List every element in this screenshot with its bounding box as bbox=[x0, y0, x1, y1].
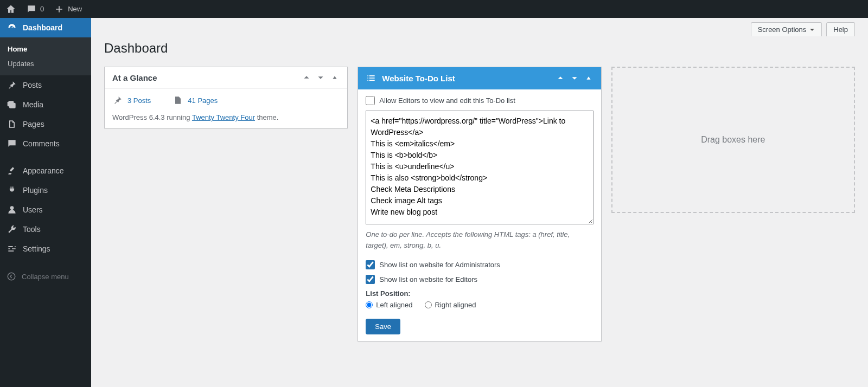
comment-count: 0 bbox=[40, 5, 44, 13]
caret-up-icon[interactable] bbox=[330, 73, 340, 82]
media-icon bbox=[7, 99, 17, 110]
show-editors-label[interactable]: Show list on website for Editors bbox=[379, 275, 477, 283]
menu-posts[interactable]: Posts bbox=[0, 75, 91, 95]
menu-tools[interactable]: Tools bbox=[0, 220, 91, 239]
chevron-up-icon[interactable] bbox=[302, 73, 311, 82]
widget-header: At a Glance bbox=[105, 67, 347, 88]
menu-appearance-label: Appearance bbox=[23, 166, 64, 175]
show-admin-label[interactable]: Show list on website for Administrators bbox=[379, 261, 500, 269]
chevron-down-icon[interactable] bbox=[316, 73, 326, 82]
show-admin-checkbox[interactable] bbox=[366, 260, 375, 269]
toolbar-comments[interactable]: 0 bbox=[26, 4, 44, 15]
pin-icon bbox=[7, 80, 17, 91]
brush-icon bbox=[7, 165, 17, 176]
page-title: Dashboard bbox=[104, 41, 855, 56]
glance-posts-link[interactable]: 3 Posts bbox=[112, 95, 151, 106]
glance-pages-link[interactable]: 41 Pages bbox=[173, 95, 218, 106]
widget-dropzone[interactable]: Drag boxes here bbox=[611, 67, 855, 213]
theme-link[interactable]: Twenty Twenty Four bbox=[192, 113, 255, 121]
main-content: Screen Options Help Dashboard At a Glanc… bbox=[91, 18, 868, 387]
collapse-icon bbox=[7, 272, 16, 281]
new-label: New bbox=[68, 5, 82, 13]
menu-posts-label: Posts bbox=[23, 81, 42, 89]
svg-point-0 bbox=[8, 273, 15, 280]
position-left-label[interactable]: Left aligned bbox=[376, 301, 412, 309]
menu-appearance[interactable]: Appearance bbox=[0, 161, 91, 180]
menu-media-label: Media bbox=[23, 100, 43, 109]
position-right-label[interactable]: Right aligned bbox=[435, 301, 476, 309]
chevron-up-icon[interactable] bbox=[556, 73, 565, 83]
sliders-icon bbox=[7, 243, 17, 254]
show-editors-checkbox[interactable] bbox=[366, 275, 375, 284]
comment-icon bbox=[26, 4, 37, 15]
allow-editors-checkbox[interactable] bbox=[366, 96, 375, 105]
menu-settings-label: Settings bbox=[23, 244, 50, 253]
screen-options-button[interactable]: Screen Options bbox=[751, 22, 822, 36]
wrench-icon bbox=[7, 224, 17, 235]
chevron-down-icon[interactable] bbox=[570, 73, 579, 83]
save-button[interactable]: Save bbox=[366, 319, 400, 334]
dashboard-icon bbox=[7, 22, 17, 33]
submenu-home[interactable]: Home bbox=[0, 42, 91, 56]
menu-media[interactable]: Media bbox=[0, 95, 91, 114]
home-icon bbox=[5, 4, 16, 15]
widget-todo-list: Website To-Do List Allow Editors to view… bbox=[358, 67, 601, 341]
menu-dashboard[interactable]: Dashboard bbox=[0, 18, 91, 37]
menu-pages[interactable]: Pages bbox=[0, 114, 91, 134]
help-label: Help bbox=[833, 25, 848, 34]
widget-at-a-glance: At a Glance 3 Posts bbox=[104, 67, 348, 128]
submenu-updates[interactable]: Updates bbox=[0, 56, 91, 71]
help-button[interactable]: Help bbox=[826, 22, 855, 36]
menu-dashboard-label: Dashboard bbox=[23, 23, 62, 32]
widget-header: Website To-Do List bbox=[358, 67, 601, 89]
todo-title-label: Website To-Do List bbox=[382, 74, 455, 83]
dropzone-label: Drag boxes here bbox=[701, 135, 765, 145]
comment-icon bbox=[7, 138, 17, 149]
list-icon bbox=[366, 73, 376, 83]
plus-icon bbox=[54, 4, 65, 15]
menu-plugins-label: Plugins bbox=[23, 186, 48, 195]
pin-icon bbox=[112, 95, 123, 106]
menu-comments[interactable]: Comments bbox=[0, 134, 91, 153]
glance-pages-label: 41 Pages bbox=[188, 96, 218, 105]
toolbar-new[interactable]: New bbox=[54, 4, 82, 15]
glance-status: WordPress 6.4.3 running Twenty Twenty Fo… bbox=[112, 113, 340, 121]
admin-toolbar: 0 New bbox=[0, 0, 868, 18]
collapse-label: Collapse menu bbox=[22, 273, 69, 281]
caret-down-icon bbox=[809, 27, 815, 33]
status-prefix: WordPress 6.4.3 running bbox=[112, 113, 192, 121]
toolbar-home[interactable] bbox=[5, 4, 16, 15]
menu-comments-label: Comments bbox=[23, 139, 60, 148]
admin-sidebar: Dashboard Home Updates Posts Media Pages… bbox=[0, 18, 91, 387]
plug-icon bbox=[7, 185, 17, 196]
dashboard-submenu: Home Updates bbox=[0, 37, 91, 75]
position-label: List Position: bbox=[366, 289, 593, 298]
allow-editors-label[interactable]: Allow Editors to view and edit this To-D… bbox=[379, 96, 515, 105]
collapse-menu[interactable]: Collapse menu bbox=[0, 266, 91, 287]
widget-title: At a Glance bbox=[112, 73, 157, 82]
menu-plugins[interactable]: Plugins bbox=[0, 180, 91, 200]
screen-options-label: Screen Options bbox=[758, 25, 807, 34]
menu-tools-label: Tools bbox=[23, 225, 41, 234]
position-left-radio[interactable] bbox=[366, 301, 373, 308]
menu-users[interactable]: Users bbox=[0, 200, 91, 220]
menu-settings[interactable]: Settings bbox=[0, 239, 91, 259]
user-icon bbox=[7, 204, 17, 215]
glance-posts-label: 3 Posts bbox=[127, 96, 151, 105]
todo-textarea[interactable] bbox=[366, 111, 593, 224]
pages-icon bbox=[7, 119, 17, 130]
status-suffix: theme. bbox=[255, 113, 278, 121]
pages-icon bbox=[173, 95, 183, 106]
menu-pages-label: Pages bbox=[23, 120, 44, 128]
header-tabs: Screen Options Help bbox=[104, 18, 855, 36]
position-right-radio[interactable] bbox=[425, 301, 432, 308]
menu-users-label: Users bbox=[23, 205, 43, 214]
caret-up-icon[interactable] bbox=[584, 73, 593, 83]
todo-help-text: One to-do per line. Accepts the followin… bbox=[366, 229, 593, 250]
